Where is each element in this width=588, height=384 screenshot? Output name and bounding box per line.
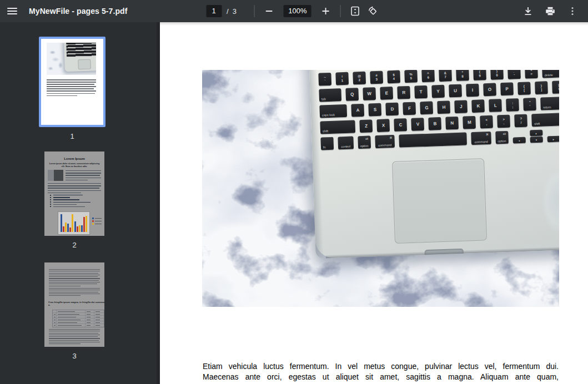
text-line-placeholder — [49, 276, 98, 277]
text-line-placeholder — [66, 178, 101, 178]
text-line-placeholder — [48, 183, 101, 184]
text-line-placeholder — [49, 282, 100, 282]
document-title: MyNewFile - pages 5-7.pdf — [29, 7, 128, 16]
thumb3-table-placeholder — [52, 310, 104, 327]
keyboard-key: C — [394, 118, 408, 132]
text-line-placeholder — [47, 82, 96, 83]
bullet-line-placeholder — [53, 195, 83, 195]
keyboard-key: S — [369, 103, 382, 117]
keyboard-key: V — [411, 118, 425, 131]
thumbnail-page-1[interactable] — [39, 37, 105, 127]
text-line-placeholder — [49, 295, 81, 296]
plus-icon — [322, 7, 330, 15]
more-vertical-icon — [567, 6, 577, 16]
bullet-line-placeholder — [53, 199, 79, 200]
keyboard-key: %5 — [404, 70, 418, 83]
thumbnail-1-label: 1 — [39, 132, 105, 140]
keyboard-key: delete — [542, 70, 559, 78]
keyboard-key: fn — [320, 137, 334, 150]
thumbnail-page-2[interactable]: Lorem Ipsum Lorem ipsum dolor sit amet, … — [44, 151, 104, 236]
keyboard-key: X — [377, 119, 390, 132]
zoom-in-button[interactable] — [317, 2, 335, 20]
keyboard-key: (9 — [473, 70, 486, 80]
page-count: 3 — [233, 7, 237, 16]
text-line-placeholder — [49, 284, 97, 284]
rotate-button[interactable] — [364, 2, 382, 20]
text-line-placeholder — [48, 190, 101, 191]
text-line-placeholder — [49, 329, 100, 330]
toolbar-left: MyNewFile - pages 5-7.pdf — [0, 2, 183, 20]
thumbnail-page-3[interactable]: Cras fringilla ipsum magna, in fringilla… — [44, 262, 104, 347]
separator — [254, 5, 255, 17]
text-line-placeholder — [49, 333, 98, 334]
menu-icon — [7, 8, 17, 14]
fit-to-page-button[interactable] — [346, 2, 364, 20]
more-options-button[interactable] — [564, 2, 581, 20]
text-line-placeholder — [49, 336, 98, 337]
minus-icon — [265, 7, 273, 15]
bullet-line-placeholder — [53, 204, 77, 205]
keyboard-key: D — [386, 103, 399, 116]
keyboard-key: Q — [345, 88, 359, 101]
page-divider: / — [227, 7, 229, 16]
text-line-placeholder — [48, 185, 101, 186]
keyboard-key: O — [483, 83, 496, 96]
keyboard-key: command⌘ — [471, 132, 491, 145]
keyboard-key: ▸ — [547, 136, 559, 143]
keyboard-key: N — [446, 117, 459, 130]
paragraph-line: Etiam vehicula luctus fermentum. In vel … — [203, 361, 559, 372]
keyboard-key: ?/ — [514, 114, 527, 128]
keyboard-key: F — [403, 102, 416, 115]
mini-chart-bar — [74, 221, 76, 232]
mini-chart-bar — [63, 226, 64, 232]
text-line-placeholder — [47, 86, 96, 87]
keyboard-key: P — [500, 82, 514, 95]
keyboard-key: &7 — [439, 70, 452, 82]
keyboard-key: R — [397, 86, 410, 99]
keyboard-key: command⌘ — [375, 135, 395, 148]
keyboard-key: }] — [535, 81, 548, 94]
text-line-placeholder — [49, 342, 100, 342]
mini-chart-bar — [77, 226, 78, 232]
keyboard-key: #3 — [370, 71, 383, 84]
keyboard-key: M — [463, 116, 476, 129]
keyboard-key: += — [525, 70, 538, 79]
text-line-placeholder — [49, 290, 100, 290]
thumb2-mini-chart — [58, 211, 90, 235]
page-number-input[interactable]: 1 — [206, 5, 222, 17]
zoom-out-button[interactable] — [260, 2, 278, 20]
keyboard-key: )0 — [490, 70, 504, 80]
keyboard-key: I — [466, 84, 479, 97]
keyboard-key: W — [363, 87, 376, 100]
bullet-line-placeholder — [53, 202, 91, 203]
keyboard-key: >. — [497, 115, 510, 128]
keyboard-key: T — [414, 85, 428, 99]
laptop-trackpad — [392, 158, 487, 244]
text-line-placeholder — [48, 193, 81, 193]
mini-chart-bar — [69, 228, 71, 233]
zoom-level[interactable]: 100% — [284, 5, 311, 17]
mini-chart-bar — [79, 225, 81, 232]
keyboard-key: optionalt — [358, 135, 371, 149]
menu-button[interactable] — [3, 2, 21, 20]
keyboard-key: ▴ — [530, 130, 542, 137]
mini-chart-bar — [67, 224, 69, 232]
mini-chart-bar — [72, 214, 73, 232]
bullet-line-placeholder — [53, 206, 85, 207]
text-line-placeholder — [48, 188, 99, 188]
keyboard-key: ◂ — [512, 137, 525, 144]
text-line-placeholder — [49, 269, 100, 270]
mini-chart-bar — [61, 214, 62, 232]
toolbar-center: 1 / 3 100% — [206, 2, 382, 20]
keyboard-key: optionalt — [495, 131, 509, 144]
thumb2-subheading: Lorem ipsum dolor sit amet, consectetuer… — [49, 163, 100, 168]
keyboard-key: |\ — [552, 80, 559, 94]
thumb2-heading: Lorem Ipsum — [44, 157, 104, 160]
download-button[interactable] — [519, 2, 537, 20]
keyboard-key: U — [449, 84, 462, 98]
keyboard-key: :; — [506, 98, 519, 112]
keyboard-key: control — [338, 137, 353, 150]
pdf-page-view[interactable]: ~`!1@2#3$4%5^6&7*8(9)0_-+=deletetabQWERT… — [160, 22, 588, 384]
keyboard-key: caps lock — [319, 104, 347, 118]
print-button[interactable] — [541, 2, 559, 20]
